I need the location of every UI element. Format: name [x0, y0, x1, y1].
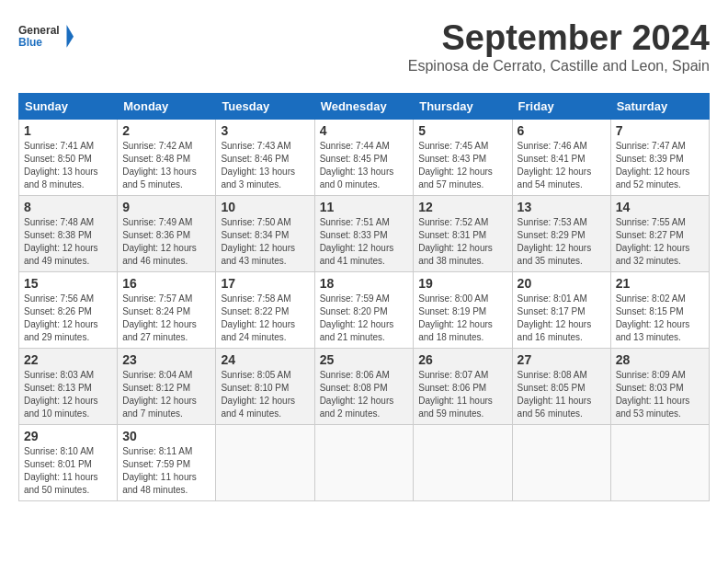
day-number: 19	[418, 276, 506, 291]
day-number: 1	[24, 123, 112, 138]
calendar-cell: 8 Sunrise: 7:48 AMSunset: 8:38 PMDayligh…	[19, 196, 118, 272]
calendar-cell: 5 Sunrise: 7:45 AMSunset: 8:43 PMDayligh…	[414, 120, 512, 196]
day-info: Sunrise: 8:02 AMSunset: 8:15 PMDaylight:…	[616, 293, 690, 342]
day-number: 6	[518, 123, 606, 138]
calendar-cell: 24 Sunrise: 8:05 AMSunset: 8:10 PMDaylig…	[216, 349, 314, 425]
day-info: Sunrise: 7:58 AMSunset: 8:22 PMDaylight:…	[221, 293, 295, 342]
day-info: Sunrise: 7:49 AMSunset: 8:36 PMDaylight:…	[122, 217, 197, 266]
calendar-cell	[512, 425, 610, 501]
day-info: Sunrise: 7:46 AMSunset: 8:41 PMDaylight:…	[518, 141, 592, 190]
calendar-header-tuesday: Tuesday	[216, 94, 314, 120]
calendar-cell: 30 Sunrise: 8:11 AMSunset: 7:59 PMDaylig…	[118, 425, 216, 501]
calendar-cell: 13 Sunrise: 7:53 AMSunset: 8:29 PMDaylig…	[512, 196, 610, 272]
calendar-cell: 6 Sunrise: 7:46 AMSunset: 8:41 PMDayligh…	[512, 120, 610, 196]
calendar-cell: 27 Sunrise: 8:08 AMSunset: 8:05 PMDaylig…	[512, 349, 610, 425]
day-number: 29	[24, 429, 112, 443]
calendar-cell: 10 Sunrise: 7:50 AMSunset: 8:34 PMDaylig…	[216, 196, 314, 272]
day-number: 30	[122, 429, 210, 443]
calendar-cell: 12 Sunrise: 7:52 AMSunset: 8:31 PMDaylig…	[414, 196, 512, 272]
calendar-cell: 16 Sunrise: 7:57 AMSunset: 8:24 PMDaylig…	[118, 272, 216, 349]
day-info: Sunrise: 7:47 AMSunset: 8:39 PMDaylight:…	[616, 141, 690, 190]
day-number: 16	[122, 276, 210, 291]
day-number: 24	[221, 352, 309, 367]
day-info: Sunrise: 7:44 AMSunset: 8:45 PMDaylight:…	[320, 141, 394, 190]
svg-text:Blue: Blue	[18, 36, 42, 49]
day-info: Sunrise: 7:50 AMSunset: 8:34 PMDaylight:…	[221, 217, 295, 266]
day-info: Sunrise: 8:03 AMSunset: 8:13 PMDaylight:…	[24, 370, 98, 419]
calendar-cell: 1 Sunrise: 7:41 AMSunset: 8:50 PMDayligh…	[19, 120, 118, 196]
calendar-header-wednesday: Wednesday	[314, 94, 414, 120]
day-info: Sunrise: 7:52 AMSunset: 8:31 PMDaylight:…	[418, 217, 493, 266]
month-title: September 2024	[408, 18, 710, 58]
calendar-header-saturday: Saturday	[610, 94, 709, 120]
calendar-cell: 15 Sunrise: 7:56 AMSunset: 8:26 PMDaylig…	[19, 272, 118, 349]
calendar-cell: 25 Sunrise: 8:06 AMSunset: 8:08 PMDaylig…	[314, 349, 414, 425]
day-info: Sunrise: 8:05 AMSunset: 8:10 PMDaylight:…	[221, 370, 295, 419]
day-number: 7	[616, 123, 704, 138]
svg-text:General: General	[18, 24, 60, 37]
calendar-cell: 26 Sunrise: 8:07 AMSunset: 8:06 PMDaylig…	[414, 349, 512, 425]
calendar-cell: 28 Sunrise: 8:09 AMSunset: 8:03 PMDaylig…	[610, 349, 709, 425]
calendar-cell: 21 Sunrise: 8:02 AMSunset: 8:15 PMDaylig…	[610, 272, 709, 349]
day-number: 3	[221, 123, 309, 138]
calendar-cell: 7 Sunrise: 7:47 AMSunset: 8:39 PMDayligh…	[610, 120, 709, 196]
day-info: Sunrise: 8:01 AMSunset: 8:17 PMDaylight:…	[518, 293, 592, 342]
svg-marker-2	[67, 25, 74, 48]
day-number: 5	[418, 123, 506, 138]
calendar-cell: 2 Sunrise: 7:42 AMSunset: 8:48 PMDayligh…	[118, 120, 216, 196]
calendar-cell: 18 Sunrise: 7:59 AMSunset: 8:20 PMDaylig…	[314, 272, 414, 349]
calendar-header-monday: Monday	[118, 94, 216, 120]
calendar-table: SundayMondayTuesdayWednesdayThursdayFrid…	[18, 93, 710, 501]
day-info: Sunrise: 7:41 AMSunset: 8:50 PMDaylight:…	[24, 141, 98, 190]
day-info: Sunrise: 7:51 AMSunset: 8:33 PMDaylight:…	[320, 217, 394, 266]
location-title: Espinosa de Cerrato, Castille and Leon, …	[408, 58, 710, 75]
day-info: Sunrise: 8:06 AMSunset: 8:08 PMDaylight:…	[320, 370, 394, 419]
day-info: Sunrise: 7:45 AMSunset: 8:43 PMDaylight:…	[418, 141, 493, 190]
calendar-header-sunday: Sunday	[19, 94, 118, 120]
day-number: 27	[518, 352, 606, 367]
day-info: Sunrise: 7:55 AMSunset: 8:27 PMDaylight:…	[616, 217, 690, 266]
day-number: 14	[616, 200, 704, 214]
day-number: 25	[320, 352, 409, 367]
day-number: 17	[221, 276, 309, 291]
calendar-cell	[314, 425, 414, 501]
day-number: 21	[616, 276, 704, 291]
logo: General Blue	[18, 18, 74, 55]
day-number: 20	[518, 276, 606, 291]
title-section: September 2024 Espinosa de Cerrato, Cast…	[408, 18, 710, 82]
calendar-cell: 23 Sunrise: 8:04 AMSunset: 8:12 PMDaylig…	[118, 349, 216, 425]
day-number: 11	[320, 200, 409, 214]
day-info: Sunrise: 8:00 AMSunset: 8:19 PMDaylight:…	[418, 293, 493, 342]
day-info: Sunrise: 7:56 AMSunset: 8:26 PMDaylight:…	[24, 293, 98, 342]
calendar-cell	[414, 425, 512, 501]
calendar-cell	[216, 425, 314, 501]
day-info: Sunrise: 7:42 AMSunset: 8:48 PMDaylight:…	[122, 141, 197, 190]
calendar-cell: 20 Sunrise: 8:01 AMSunset: 8:17 PMDaylig…	[512, 272, 610, 349]
calendar-cell: 17 Sunrise: 7:58 AMSunset: 8:22 PMDaylig…	[216, 272, 314, 349]
day-info: Sunrise: 8:08 AMSunset: 8:05 PMDaylight:…	[518, 370, 592, 419]
day-number: 13	[518, 200, 606, 214]
calendar-cell: 19 Sunrise: 8:00 AMSunset: 8:19 PMDaylig…	[414, 272, 512, 349]
day-number: 26	[418, 352, 506, 367]
day-info: Sunrise: 8:11 AMSunset: 7:59 PMDaylight:…	[122, 446, 197, 495]
day-info: Sunrise: 8:09 AMSunset: 8:03 PMDaylight:…	[616, 370, 690, 419]
day-number: 15	[24, 276, 112, 291]
calendar-cell: 9 Sunrise: 7:49 AMSunset: 8:36 PMDayligh…	[118, 196, 216, 272]
logo-svg: General Blue	[18, 18, 74, 55]
day-number: 22	[24, 352, 112, 367]
day-info: Sunrise: 8:04 AMSunset: 8:12 PMDaylight:…	[122, 370, 197, 419]
day-info: Sunrise: 8:07 AMSunset: 8:06 PMDaylight:…	[418, 370, 493, 419]
day-number: 4	[320, 123, 409, 138]
day-number: 18	[320, 276, 409, 291]
calendar-cell: 4 Sunrise: 7:44 AMSunset: 8:45 PMDayligh…	[314, 120, 414, 196]
calendar-cell: 3 Sunrise: 7:43 AMSunset: 8:46 PMDayligh…	[216, 120, 314, 196]
day-number: 8	[24, 200, 112, 214]
day-number: 23	[122, 352, 210, 367]
calendar-cell: 14 Sunrise: 7:55 AMSunset: 8:27 PMDaylig…	[610, 196, 709, 272]
day-number: 12	[418, 200, 506, 214]
calendar-header-friday: Friday	[512, 94, 610, 120]
day-number: 28	[616, 352, 704, 367]
day-info: Sunrise: 8:10 AMSunset: 8:01 PMDaylight:…	[24, 446, 98, 495]
calendar-cell	[610, 425, 709, 501]
day-number: 2	[122, 123, 210, 138]
